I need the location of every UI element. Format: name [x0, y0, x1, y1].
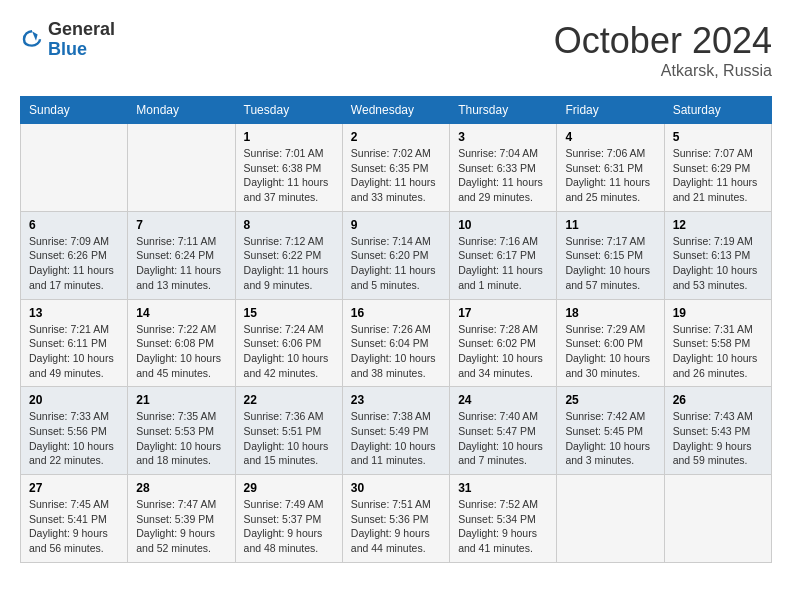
day-number: 15 [244, 306, 334, 320]
day-number: 30 [351, 481, 441, 495]
calendar-cell [128, 124, 235, 212]
day-info: Sunrise: 7:47 AM Sunset: 5:39 PM Dayligh… [136, 497, 226, 556]
logo: General Blue [20, 20, 115, 60]
calendar-cell: 30Sunrise: 7:51 AM Sunset: 5:36 PM Dayli… [342, 475, 449, 563]
calendar-week-row: 6Sunrise: 7:09 AM Sunset: 6:26 PM Daylig… [21, 211, 772, 299]
day-info: Sunrise: 7:12 AM Sunset: 6:22 PM Dayligh… [244, 234, 334, 293]
day-info: Sunrise: 7:43 AM Sunset: 5:43 PM Dayligh… [673, 409, 763, 468]
calendar-cell: 24Sunrise: 7:40 AM Sunset: 5:47 PM Dayli… [450, 387, 557, 475]
month-title: October 2024 [554, 20, 772, 62]
day-info: Sunrise: 7:24 AM Sunset: 6:06 PM Dayligh… [244, 322, 334, 381]
day-number: 27 [29, 481, 119, 495]
day-number: 10 [458, 218, 548, 232]
day-info: Sunrise: 7:38 AM Sunset: 5:49 PM Dayligh… [351, 409, 441, 468]
calendar-cell: 13Sunrise: 7:21 AM Sunset: 6:11 PM Dayli… [21, 299, 128, 387]
day-number: 7 [136, 218, 226, 232]
day-number: 22 [244, 393, 334, 407]
day-number: 26 [673, 393, 763, 407]
calendar-cell: 31Sunrise: 7:52 AM Sunset: 5:34 PM Dayli… [450, 475, 557, 563]
day-info: Sunrise: 7:40 AM Sunset: 5:47 PM Dayligh… [458, 409, 548, 468]
calendar-cell: 15Sunrise: 7:24 AM Sunset: 6:06 PM Dayli… [235, 299, 342, 387]
day-info: Sunrise: 7:33 AM Sunset: 5:56 PM Dayligh… [29, 409, 119, 468]
calendar-cell: 25Sunrise: 7:42 AM Sunset: 5:45 PM Dayli… [557, 387, 664, 475]
day-number: 21 [136, 393, 226, 407]
calendar-header-row: SundayMondayTuesdayWednesdayThursdayFrid… [21, 97, 772, 124]
page-header: General Blue October 2024 Atkarsk, Russi… [20, 20, 772, 80]
day-number: 29 [244, 481, 334, 495]
day-number: 25 [565, 393, 655, 407]
day-info: Sunrise: 7:51 AM Sunset: 5:36 PM Dayligh… [351, 497, 441, 556]
day-number: 23 [351, 393, 441, 407]
day-number: 12 [673, 218, 763, 232]
calendar-cell: 4Sunrise: 7:06 AM Sunset: 6:31 PM Daylig… [557, 124, 664, 212]
calendar-cell: 8Sunrise: 7:12 AM Sunset: 6:22 PM Daylig… [235, 211, 342, 299]
calendar-cell: 1Sunrise: 7:01 AM Sunset: 6:38 PM Daylig… [235, 124, 342, 212]
calendar-week-row: 20Sunrise: 7:33 AM Sunset: 5:56 PM Dayli… [21, 387, 772, 475]
calendar-week-row: 1Sunrise: 7:01 AM Sunset: 6:38 PM Daylig… [21, 124, 772, 212]
calendar-cell: 3Sunrise: 7:04 AM Sunset: 6:33 PM Daylig… [450, 124, 557, 212]
day-info: Sunrise: 7:04 AM Sunset: 6:33 PM Dayligh… [458, 146, 548, 205]
day-number: 2 [351, 130, 441, 144]
calendar-cell: 23Sunrise: 7:38 AM Sunset: 5:49 PM Dayli… [342, 387, 449, 475]
calendar-cell: 19Sunrise: 7:31 AM Sunset: 5:58 PM Dayli… [664, 299, 771, 387]
weekday-header: Friday [557, 97, 664, 124]
day-number: 6 [29, 218, 119, 232]
calendar-cell: 21Sunrise: 7:35 AM Sunset: 5:53 PM Dayli… [128, 387, 235, 475]
day-info: Sunrise: 7:16 AM Sunset: 6:17 PM Dayligh… [458, 234, 548, 293]
day-number: 17 [458, 306, 548, 320]
day-number: 16 [351, 306, 441, 320]
day-info: Sunrise: 7:45 AM Sunset: 5:41 PM Dayligh… [29, 497, 119, 556]
day-info: Sunrise: 7:14 AM Sunset: 6:20 PM Dayligh… [351, 234, 441, 293]
title-block: October 2024 Atkarsk, Russia [554, 20, 772, 80]
day-number: 24 [458, 393, 548, 407]
calendar-cell: 6Sunrise: 7:09 AM Sunset: 6:26 PM Daylig… [21, 211, 128, 299]
calendar-cell: 27Sunrise: 7:45 AM Sunset: 5:41 PM Dayli… [21, 475, 128, 563]
weekday-header: Wednesday [342, 97, 449, 124]
weekday-header: Sunday [21, 97, 128, 124]
weekday-header: Monday [128, 97, 235, 124]
calendar-cell [21, 124, 128, 212]
calendar-cell: 28Sunrise: 7:47 AM Sunset: 5:39 PM Dayli… [128, 475, 235, 563]
day-number: 11 [565, 218, 655, 232]
day-number: 20 [29, 393, 119, 407]
day-info: Sunrise: 7:42 AM Sunset: 5:45 PM Dayligh… [565, 409, 655, 468]
day-info: Sunrise: 7:19 AM Sunset: 6:13 PM Dayligh… [673, 234, 763, 293]
calendar-cell: 2Sunrise: 7:02 AM Sunset: 6:35 PM Daylig… [342, 124, 449, 212]
calendar-week-row: 27Sunrise: 7:45 AM Sunset: 5:41 PM Dayli… [21, 475, 772, 563]
location: Atkarsk, Russia [554, 62, 772, 80]
calendar-cell: 18Sunrise: 7:29 AM Sunset: 6:00 PM Dayli… [557, 299, 664, 387]
day-number: 8 [244, 218, 334, 232]
calendar-cell: 10Sunrise: 7:16 AM Sunset: 6:17 PM Dayli… [450, 211, 557, 299]
day-number: 18 [565, 306, 655, 320]
calendar-cell: 26Sunrise: 7:43 AM Sunset: 5:43 PM Dayli… [664, 387, 771, 475]
calendar-week-row: 13Sunrise: 7:21 AM Sunset: 6:11 PM Dayli… [21, 299, 772, 387]
day-info: Sunrise: 7:28 AM Sunset: 6:02 PM Dayligh… [458, 322, 548, 381]
day-number: 31 [458, 481, 548, 495]
day-number: 13 [29, 306, 119, 320]
logo-blue: Blue [48, 39, 87, 59]
day-info: Sunrise: 7:22 AM Sunset: 6:08 PM Dayligh… [136, 322, 226, 381]
calendar-cell: 12Sunrise: 7:19 AM Sunset: 6:13 PM Dayli… [664, 211, 771, 299]
calendar-cell: 17Sunrise: 7:28 AM Sunset: 6:02 PM Dayli… [450, 299, 557, 387]
calendar-cell [557, 475, 664, 563]
day-info: Sunrise: 7:21 AM Sunset: 6:11 PM Dayligh… [29, 322, 119, 381]
calendar-cell: 5Sunrise: 7:07 AM Sunset: 6:29 PM Daylig… [664, 124, 771, 212]
day-info: Sunrise: 7:02 AM Sunset: 6:35 PM Dayligh… [351, 146, 441, 205]
day-info: Sunrise: 7:01 AM Sunset: 6:38 PM Dayligh… [244, 146, 334, 205]
day-info: Sunrise: 7:07 AM Sunset: 6:29 PM Dayligh… [673, 146, 763, 205]
day-info: Sunrise: 7:31 AM Sunset: 5:58 PM Dayligh… [673, 322, 763, 381]
day-number: 4 [565, 130, 655, 144]
calendar-cell: 11Sunrise: 7:17 AM Sunset: 6:15 PM Dayli… [557, 211, 664, 299]
day-number: 5 [673, 130, 763, 144]
day-info: Sunrise: 7:52 AM Sunset: 5:34 PM Dayligh… [458, 497, 548, 556]
day-number: 3 [458, 130, 548, 144]
weekday-header: Thursday [450, 97, 557, 124]
day-info: Sunrise: 7:49 AM Sunset: 5:37 PM Dayligh… [244, 497, 334, 556]
day-number: 14 [136, 306, 226, 320]
logo-general: General [48, 19, 115, 39]
day-number: 9 [351, 218, 441, 232]
calendar-cell: 22Sunrise: 7:36 AM Sunset: 5:51 PM Dayli… [235, 387, 342, 475]
calendar-cell: 9Sunrise: 7:14 AM Sunset: 6:20 PM Daylig… [342, 211, 449, 299]
day-info: Sunrise: 7:35 AM Sunset: 5:53 PM Dayligh… [136, 409, 226, 468]
weekday-header: Saturday [664, 97, 771, 124]
